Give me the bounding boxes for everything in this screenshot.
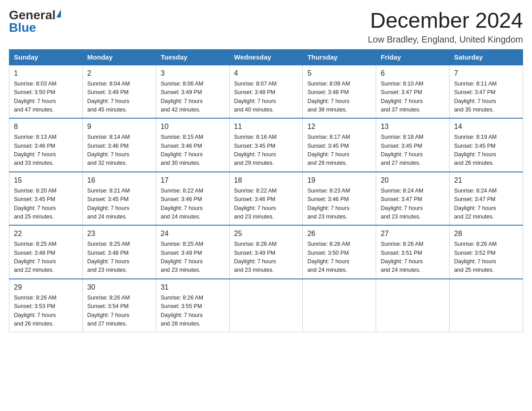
day-info: Sunrise: 8:26 AMSunset: 3:49 PMDaylight:… <box>234 241 277 273</box>
day-info: Sunrise: 8:26 AMSunset: 3:54 PMDaylight:… <box>87 295 130 327</box>
col-wednesday: Wednesday <box>229 49 303 65</box>
month-title: December 2024 <box>368 9 523 33</box>
day-number: 23 <box>87 228 151 239</box>
day-number: 31 <box>161 282 225 293</box>
day-number: 22 <box>14 228 78 239</box>
day-number: 1 <box>14 68 78 79</box>
day-info: Sunrise: 8:18 AMSunset: 3:45 PMDaylight:… <box>381 134 423 166</box>
day-info: Sunrise: 8:26 AMSunset: 3:53 PMDaylight:… <box>14 295 56 327</box>
day-info: Sunrise: 8:15 AMSunset: 3:46 PMDaylight:… <box>161 134 203 166</box>
day-number: 3 <box>161 68 225 79</box>
col-sunday: Sunday <box>9 49 83 65</box>
day-info: Sunrise: 8:25 AMSunset: 3:48 PMDaylight:… <box>87 241 130 273</box>
day-number: 18 <box>234 175 298 186</box>
day-number: 26 <box>307 228 371 239</box>
day-number: 13 <box>381 121 445 132</box>
calendar-week-row: 1 Sunrise: 8:03 AMSunset: 3:50 PMDayligh… <box>9 65 523 119</box>
logo-triangle-icon <box>56 9 61 17</box>
day-number: 6 <box>381 68 445 79</box>
table-row: 25 Sunrise: 8:26 AMSunset: 3:49 PMDaylig… <box>229 225 303 279</box>
day-number: 19 <box>307 175 371 186</box>
table-row: 6 Sunrise: 8:10 AMSunset: 3:47 PMDayligh… <box>376 65 450 119</box>
day-number: 2 <box>87 68 151 79</box>
title-section: December 2024 Low Bradley, England, Unit… <box>368 9 523 45</box>
day-info: Sunrise: 8:26 AMSunset: 3:52 PMDaylight:… <box>454 241 497 273</box>
day-info: Sunrise: 8:06 AMSunset: 3:49 PMDaylight:… <box>161 81 203 113</box>
table-row: 5 Sunrise: 8:09 AMSunset: 3:48 PMDayligh… <box>303 65 376 119</box>
table-row: 29 Sunrise: 8:26 AMSunset: 3:53 PMDaylig… <box>9 279 83 332</box>
calendar-table: Sunday Monday Tuesday Wednesday Thursday… <box>9 49 523 333</box>
day-info: Sunrise: 8:04 AMSunset: 3:49 PMDaylight:… <box>87 81 130 113</box>
calendar-week-row: 22 Sunrise: 8:25 AMSunset: 3:48 PMDaylig… <box>9 225 523 279</box>
day-info: Sunrise: 8:20 AMSunset: 3:45 PMDaylight:… <box>14 188 56 220</box>
day-info: Sunrise: 8:23 AMSunset: 3:46 PMDaylight:… <box>307 188 350 220</box>
table-row <box>229 279 303 332</box>
day-number: 16 <box>87 175 151 186</box>
day-info: Sunrise: 8:25 AMSunset: 3:48 PMDaylight:… <box>14 241 56 273</box>
day-number: 29 <box>14 282 78 293</box>
table-row: 23 Sunrise: 8:25 AMSunset: 3:48 PMDaylig… <box>82 225 156 279</box>
day-info: Sunrise: 8:17 AMSunset: 3:45 PMDaylight:… <box>307 134 350 166</box>
table-row: 16 Sunrise: 8:21 AMSunset: 3:45 PMDaylig… <box>82 172 156 226</box>
day-number: 25 <box>234 228 298 239</box>
day-info: Sunrise: 8:14 AMSunset: 3:46 PMDaylight:… <box>87 134 130 166</box>
day-number: 9 <box>87 121 151 132</box>
table-row: 12 Sunrise: 8:17 AMSunset: 3:45 PMDaylig… <box>303 118 376 172</box>
day-info: Sunrise: 8:09 AMSunset: 3:48 PMDaylight:… <box>307 81 350 113</box>
col-saturday: Saturday <box>450 49 523 65</box>
day-info: Sunrise: 8:11 AMSunset: 3:47 PMDaylight:… <box>454 81 497 113</box>
table-row: 26 Sunrise: 8:26 AMSunset: 3:50 PMDaylig… <box>303 225 376 279</box>
day-info: Sunrise: 8:07 AMSunset: 3:48 PMDaylight:… <box>234 81 277 113</box>
day-number: 30 <box>87 282 151 293</box>
day-number: 10 <box>161 121 225 132</box>
table-row: 21 Sunrise: 8:24 AMSunset: 3:47 PMDaylig… <box>450 172 523 226</box>
col-thursday: Thursday <box>303 49 376 65</box>
table-row: 10 Sunrise: 8:15 AMSunset: 3:46 PMDaylig… <box>156 118 229 172</box>
table-row <box>376 279 450 332</box>
table-row: 13 Sunrise: 8:18 AMSunset: 3:45 PMDaylig… <box>376 118 450 172</box>
calendar-week-row: 15 Sunrise: 8:20 AMSunset: 3:45 PMDaylig… <box>9 172 523 226</box>
day-number: 27 <box>381 228 445 239</box>
table-row: 11 Sunrise: 8:16 AMSunset: 3:45 PMDaylig… <box>229 118 303 172</box>
day-number: 7 <box>454 68 518 79</box>
day-number: 15 <box>14 175 78 186</box>
day-info: Sunrise: 8:24 AMSunset: 3:47 PMDaylight:… <box>381 188 423 220</box>
day-info: Sunrise: 8:03 AMSunset: 3:50 PMDaylight:… <box>14 81 56 113</box>
col-friday: Friday <box>376 49 450 65</box>
page-header: General Blue December 2024 Low Bradley, … <box>9 9 523 45</box>
location-subtitle: Low Bradley, England, United Kingdom <box>368 34 523 45</box>
day-info: Sunrise: 8:26 AMSunset: 3:55 PMDaylight:… <box>161 295 203 327</box>
table-row: 27 Sunrise: 8:26 AMSunset: 3:51 PMDaylig… <box>376 225 450 279</box>
table-row: 19 Sunrise: 8:23 AMSunset: 3:46 PMDaylig… <box>303 172 376 226</box>
day-info: Sunrise: 8:13 AMSunset: 3:46 PMDaylight:… <box>14 134 56 166</box>
table-row: 18 Sunrise: 8:22 AMSunset: 3:46 PMDaylig… <box>229 172 303 226</box>
table-row <box>450 279 523 332</box>
day-number: 5 <box>307 68 371 79</box>
day-number: 24 <box>161 228 225 239</box>
table-row: 30 Sunrise: 8:26 AMSunset: 3:54 PMDaylig… <box>82 279 156 332</box>
day-info: Sunrise: 8:16 AMSunset: 3:45 PMDaylight:… <box>234 134 277 166</box>
day-info: Sunrise: 8:22 AMSunset: 3:46 PMDaylight:… <box>234 188 277 220</box>
day-number: 8 <box>14 121 78 132</box>
calendar-week-row: 29 Sunrise: 8:26 AMSunset: 3:53 PMDaylig… <box>9 279 523 332</box>
logo-blue: Blue <box>9 21 36 34</box>
col-monday: Monday <box>82 49 156 65</box>
table-row: 24 Sunrise: 8:25 AMSunset: 3:49 PMDaylig… <box>156 225 229 279</box>
table-row <box>303 279 376 332</box>
table-row: 9 Sunrise: 8:14 AMSunset: 3:46 PMDayligh… <box>82 118 156 172</box>
table-row: 8 Sunrise: 8:13 AMSunset: 3:46 PMDayligh… <box>9 118 83 172</box>
day-number: 11 <box>234 121 298 132</box>
table-row: 31 Sunrise: 8:26 AMSunset: 3:55 PMDaylig… <box>156 279 229 332</box>
day-number: 14 <box>454 121 518 132</box>
table-row: 20 Sunrise: 8:24 AMSunset: 3:47 PMDaylig… <box>376 172 450 226</box>
day-number: 12 <box>307 121 371 132</box>
table-row: 22 Sunrise: 8:25 AMSunset: 3:48 PMDaylig… <box>9 225 83 279</box>
day-number: 28 <box>454 228 518 239</box>
table-row: 28 Sunrise: 8:26 AMSunset: 3:52 PMDaylig… <box>450 225 523 279</box>
day-info: Sunrise: 8:25 AMSunset: 3:49 PMDaylight:… <box>161 241 203 273</box>
table-row: 17 Sunrise: 8:22 AMSunset: 3:46 PMDaylig… <box>156 172 229 226</box>
table-row: 15 Sunrise: 8:20 AMSunset: 3:45 PMDaylig… <box>9 172 83 226</box>
day-number: 17 <box>161 175 225 186</box>
calendar-header-row: Sunday Monday Tuesday Wednesday Thursday… <box>9 49 523 65</box>
table-row: 3 Sunrise: 8:06 AMSunset: 3:49 PMDayligh… <box>156 65 229 119</box>
